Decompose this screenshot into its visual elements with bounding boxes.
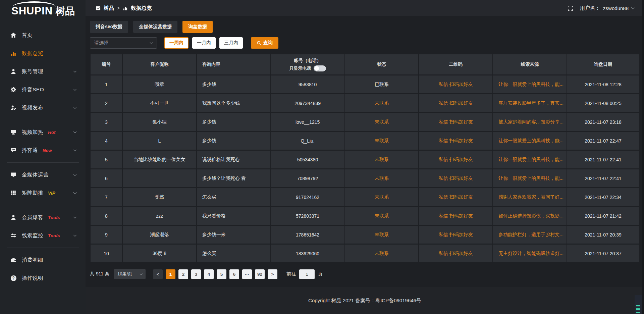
page-size-select[interactable]: 10条/页	[114, 269, 146, 279]
user-menu[interactable]: 用户名：zswodun88	[580, 5, 634, 11]
cell-qr-links[interactable]: 私信 扫码加好友	[419, 94, 492, 112]
cell-status: 未联系	[345, 113, 419, 131]
page-button-2[interactable]: 2	[178, 269, 188, 279]
cell-source-link[interactable]: 感谢大家喜欢我家，被问了好...	[493, 188, 567, 206]
tab-douyin-seo-data[interactable]: 抖音seo数据	[90, 21, 128, 33]
cell-qr-links[interactable]: 私信 扫码加好友	[419, 245, 492, 262]
sidebar-item-data-overview[interactable]: 数据总览	[0, 44, 86, 62]
cell-nickname: 狐小狸	[123, 113, 196, 131]
cell-source-link[interactable]: 多功能护栏灯，适用于乡村文...	[493, 226, 567, 244]
cell-qr-links[interactable]: 私信 扫码加好友	[419, 169, 492, 187]
vip-badge: VIP	[48, 191, 55, 196]
cell-account: 2097344839	[271, 94, 344, 112]
sidebar-item-video-heat[interactable]: 视频加热 Hot	[0, 123, 86, 141]
table-header-row: 编号 客户昵称 咨询内容 帐号（电话） 只显示电话	[91, 54, 639, 74]
range-button-week[interactable]: 一周内	[164, 37, 189, 49]
sidebar-item-label: 账号管理	[22, 68, 43, 75]
sidebar-item-matrix-boost[interactable]: 矩阵助推 VIP	[0, 184, 86, 202]
cell-status: 未联系	[345, 188, 419, 206]
breadcrumb-current[interactable]: 数据总览	[131, 5, 152, 12]
col-header-status: 状态	[345, 54, 419, 74]
sidebar-item-member-burst[interactable]: 会员爆客 Tools	[0, 208, 86, 226]
fullscreen-icon[interactable]	[568, 5, 573, 11]
cell-account: 70898792	[271, 169, 344, 187]
cell-source-link[interactable]: 让你一眼就爱上的黑科技，能...	[493, 75, 567, 93]
cell-qr-links[interactable]: 私信 扫码加好友	[419, 132, 492, 150]
dashboard-icon	[96, 6, 101, 11]
page-button-3[interactable]: 3	[191, 269, 201, 279]
copyright-text: Copyright 树品 2021 备案号：粤ICP备09019646号	[308, 298, 421, 304]
breadcrumb-root[interactable]: 树品	[104, 5, 114, 12]
cell-account: 917024162	[271, 188, 344, 206]
cell-nickname: 哦章	[123, 75, 196, 93]
sidebar-item-lead-monitor[interactable]: 线索监控 Tools	[0, 226, 86, 245]
cell-source-link[interactable]: 客厅安装投影半年多了，真实...	[493, 94, 567, 112]
phone-only-toggle[interactable]	[314, 65, 326, 71]
range-button-month[interactable]: 一月内	[192, 37, 216, 49]
tab-inquiry-data[interactable]: 询盘数据	[182, 21, 213, 33]
cell-qr-links[interactable]: 私信 扫码加好友	[419, 226, 492, 244]
sidebar-item-account-management[interactable]: 账号管理	[0, 62, 86, 81]
member-icon	[10, 214, 17, 221]
page-button-4[interactable]: 4	[204, 269, 214, 279]
cell-qr-links[interactable]: 私信 扫码加好友	[419, 188, 492, 206]
sidebar-item-instructions[interactable]: ? 操作说明	[0, 269, 86, 287]
sidebar-item-home[interactable]: 首页	[0, 26, 86, 44]
sidebar-item-video-publish[interactable]: 视频发布	[0, 99, 86, 117]
cell-qr-links[interactable]: 私信 扫码加好友	[419, 151, 492, 168]
tab-all-media-data[interactable]: 全媒体运营数据	[133, 21, 177, 33]
sidebar-menu: 首页 数据总览 账号管理 抖音SEO 视频发布	[0, 26, 86, 287]
cell-no: 2	[91, 94, 122, 112]
account-header-title: 帐号（电话）	[294, 58, 321, 64]
page-button-6[interactable]: 6	[229, 269, 239, 279]
sidebar-item-all-media[interactable]: 全媒体运营	[0, 166, 86, 184]
cell-source-link[interactable]: 让你一眼就爱上的黑科技，能...	[493, 151, 567, 168]
breadcrumb-separator: >	[117, 5, 120, 11]
sliders-icon	[10, 232, 17, 239]
goto-page-input[interactable]: 1	[299, 269, 315, 279]
chat-icon	[10, 147, 17, 154]
next-page-button[interactable]: >	[268, 269, 277, 279]
chevron-down-icon	[73, 233, 77, 237]
cell-source-link[interactable]: 让你一眼就爱上的黑科技，能...	[493, 132, 567, 150]
sidebar-item-douyin-seo[interactable]: 抖音SEO	[0, 81, 86, 99]
cell-content: 多少钱	[197, 113, 270, 131]
cell-source-link[interactable]: 让你一眼就爱上的黑科技，能...	[493, 169, 567, 187]
range-button-quarter[interactable]: 三月内	[219, 37, 243, 49]
pagination: 共 911 条 10条/页 < 1 2 3 4 5 6 ··· 92 > 前往 …	[90, 269, 640, 279]
table-row: 4 L 多少钱 Q_Liu. 未联系 私信 扫码加好友 让你一眼就爱上的黑科技，…	[91, 132, 639, 150]
cell-nickname: 36度 8	[123, 245, 196, 262]
sidebar-divider	[7, 248, 79, 248]
cell-source-link[interactable]: 如何正确选择投影仪，买投影...	[493, 207, 567, 225]
new-badge: New	[43, 148, 52, 153]
more-pages-button[interactable]: ···	[242, 269, 252, 279]
cell-qr-links[interactable]: 私信 扫码加好友	[419, 75, 492, 93]
prev-page-button[interactable]: <	[153, 269, 163, 279]
account-select[interactable]: 请选择	[90, 37, 157, 49]
sidebar-item-label: 首页	[22, 32, 33, 39]
cell-source-link[interactable]: 无主灯设计，智能磁吸轨道灯...	[493, 245, 567, 262]
table-row: 10 36度 8 怎么买 183929060 未联系 私信 扫码加好友 无主灯设…	[91, 245, 639, 262]
sidebar-item-label: 全媒体运营	[22, 171, 49, 178]
cell-nickname: 潮起潮落	[123, 226, 196, 244]
app-logo[interactable]: SHUPIN树品	[0, 0, 86, 21]
cell-source-link[interactable]: 被大家追着问的客厅投影分享...	[493, 113, 567, 131]
cell-qr-links[interactable]: 私信 扫码加好友	[419, 113, 492, 131]
cell-content: 多少钱	[197, 132, 270, 150]
scrollbar-track[interactable]	[642, 0, 644, 314]
topbar-right: 用户名：zswodun88	[568, 5, 634, 11]
sidebar-item-doukettong[interactable]: 抖客通 New	[0, 141, 86, 159]
cell-date: 2021-11-07 22:41	[567, 169, 639, 187]
sidebar-item-label: 矩阵助推	[22, 190, 43, 197]
table-row: 7 觉然 怎么买 917024162 未联系 私信 扫码加好友 感谢大家喜欢我家…	[91, 188, 639, 206]
page-button-92[interactable]: 92	[255, 269, 265, 279]
cell-no: 7	[91, 188, 122, 206]
page-button-1[interactable]: 1	[166, 269, 175, 279]
table-row: 5 当地比较能吃的一位美女 说说价格让我死心 50534380 未联系 私信 扫…	[91, 151, 639, 168]
search-button-label: 查询	[263, 40, 273, 46]
page-button-5[interactable]: 5	[217, 269, 226, 279]
cell-nickname: zzz	[123, 207, 196, 225]
cell-qr-links[interactable]: 私信 扫码加好友	[419, 207, 492, 225]
sidebar-item-consumption-detail[interactable]: 消费明细	[0, 251, 86, 269]
search-button[interactable]: 查询	[251, 37, 278, 49]
